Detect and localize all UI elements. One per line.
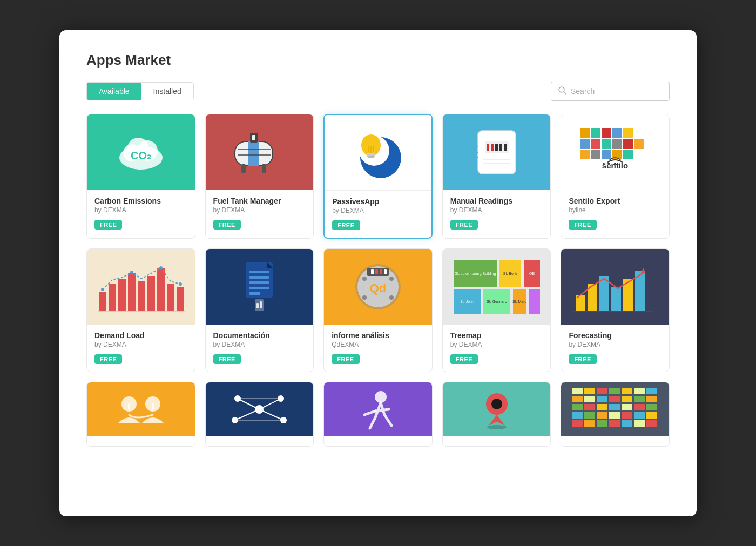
- card-img-readings: [443, 114, 551, 190]
- card-img-carbon: CO₂: [87, 114, 195, 190]
- price-badge: FREE: [569, 354, 596, 364]
- svg-point-55: [614, 163, 616, 165]
- svg-point-127: [375, 391, 387, 403]
- price-badge: FREE: [213, 220, 241, 230]
- price-badge: FREE: [94, 220, 122, 230]
- price-badge: FREE: [569, 220, 596, 230]
- svg-rect-11: [241, 164, 246, 173]
- card-author: by DEXMA: [569, 341, 662, 348]
- svg-rect-27: [495, 144, 498, 151]
- svg-rect-50: [591, 150, 600, 159]
- svg-rect-139: [584, 396, 595, 402]
- svg-rect-59: [128, 273, 136, 311]
- card-img-passives: [325, 115, 431, 191]
- card-title: Forecasting: [569, 331, 662, 340]
- svg-text:Qd: Qd: [370, 281, 387, 295]
- svg-rect-149: [622, 404, 632, 410]
- svg-rect-82: [371, 269, 374, 274]
- card-partial-map[interactable]: [442, 382, 551, 447]
- svg-rect-19: [368, 156, 374, 158]
- card-body-readings: Manual Readings by DEXMA FREE: [443, 190, 551, 237]
- svg-rect-71: [249, 271, 269, 273]
- card-title: Treemap: [450, 331, 543, 340]
- card-img-informe: Qd: [324, 249, 432, 325]
- card-carbon-emissions[interactable]: CO₂ Carbon Emissions by DEXMA FREE: [86, 114, 195, 239]
- svg-rect-165: [646, 420, 657, 427]
- card-title: Documentación: [213, 331, 306, 340]
- card-title: Carbon Emissions: [94, 197, 187, 205]
- svg-rect-42: [623, 128, 633, 138]
- svg-rect-163: [622, 420, 632, 427]
- card-title: informe análisis: [332, 331, 424, 340]
- svg-rect-84: [380, 269, 382, 274]
- svg-rect-8: [248, 141, 259, 166]
- card-fuel-tank[interactable]: Fuel Tank Manager by DEXMA FREE: [205, 114, 314, 239]
- price-badge: FREE: [213, 354, 241, 364]
- svg-point-90: [389, 295, 394, 300]
- svg-rect-45: [602, 139, 611, 149]
- svg-rect-132: [584, 388, 595, 394]
- svg-rect-147: [597, 404, 608, 410]
- card-img-sentilo: ŝēntilo: [561, 114, 669, 190]
- svg-rect-158: [646, 412, 657, 419]
- svg-text:St. John: St. John: [460, 300, 474, 304]
- card-informe[interactable]: Qd informe análisis QdEXMA FREE: [323, 248, 433, 372]
- svg-rect-72: [249, 276, 269, 279]
- svg-point-68: [179, 282, 182, 286]
- svg-rect-49: [580, 150, 590, 159]
- svg-rect-25: [487, 144, 489, 151]
- card-partial-network[interactable]: [205, 382, 314, 447]
- card-sentilo[interactable]: ŝēntilo Sentilo Export byline FREE: [561, 114, 670, 239]
- card-forecasting[interactable]: Forecasting by DEXMA FREE: [561, 248, 670, 372]
- card-treemap[interactable]: GL Luxembourg Building St. Boris OE St. …: [442, 248, 551, 372]
- svg-rect-141: [609, 396, 620, 402]
- search-input[interactable]: [571, 87, 663, 96]
- card-partial-heatmap[interactable]: [561, 382, 670, 447]
- svg-rect-155: [609, 412, 620, 419]
- svg-line-1: [564, 92, 566, 94]
- svg-rect-46: [612, 139, 622, 149]
- svg-line-122: [259, 399, 281, 409]
- svg-rect-12: [262, 164, 266, 173]
- card-body-sentilo: Sentilo Export byline FREE: [561, 190, 669, 237]
- svg-rect-76: [255, 299, 264, 311]
- svg-text:St. Boris: St. Boris: [503, 272, 517, 275]
- card-demand-load[interactable]: Demand Load by DEXMA FREE: [86, 248, 195, 372]
- svg-rect-144: [646, 396, 657, 402]
- card-img-map: [443, 382, 551, 436]
- card-title: Demand Load: [94, 331, 187, 340]
- svg-text:St. Marc: St. Marc: [512, 300, 527, 304]
- card-body-demand: Demand Load by DEXMA FREE: [87, 325, 195, 372]
- svg-rect-162: [609, 420, 620, 427]
- svg-rect-38: [580, 128, 590, 138]
- svg-rect-43: [580, 139, 590, 149]
- card-body-informe: informe análisis QdEXMA FREE: [324, 325, 432, 372]
- svg-rect-146: [584, 404, 595, 410]
- top-bar: Available Installed: [86, 82, 670, 101]
- svg-point-89: [362, 295, 367, 300]
- card-body-forecast: Forecasting by DEXMA FREE: [561, 325, 669, 372]
- svg-rect-28: [500, 144, 502, 151]
- tab-available[interactable]: Available: [87, 83, 141, 100]
- svg-rect-159: [572, 420, 583, 427]
- search-box: [551, 82, 670, 101]
- card-author: by DEXMA: [450, 206, 543, 214]
- card-documentacion[interactable]: Documentación by DEXMA FREE: [205, 248, 314, 372]
- tab-installed[interactable]: Installed: [141, 83, 193, 100]
- svg-rect-60: [138, 281, 145, 311]
- svg-rect-44: [591, 139, 600, 149]
- card-body-doc: Documentación by DEXMA FREE: [206, 325, 314, 372]
- card-author: by DEXMA: [213, 341, 306, 348]
- card-author: QdEXMA: [332, 341, 424, 348]
- svg-rect-143: [634, 396, 645, 402]
- card-partial-sports[interactable]: [323, 382, 433, 447]
- svg-text:ŝēntilo: ŝēntilo: [602, 161, 628, 170]
- card-title: PassivesApp: [332, 197, 424, 206]
- svg-rect-63: [167, 284, 174, 311]
- card-manual-readings[interactable]: Manual Readings by DEXMA FREE: [442, 114, 551, 239]
- svg-rect-140: [597, 396, 608, 402]
- card-body-carbon: Carbon Emissions by DEXMA FREE: [87, 190, 195, 237]
- svg-rect-157: [634, 412, 645, 419]
- card-passives[interactable]: PassivesApp by DEXMA FREE: [323, 114, 433, 239]
- card-partial-social[interactable]: [86, 382, 195, 447]
